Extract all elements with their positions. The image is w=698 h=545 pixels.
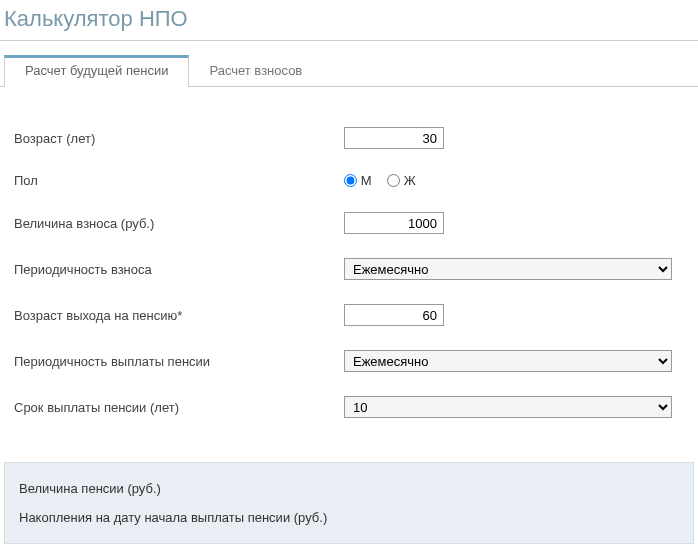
tabs: Расчет будущей пенсии Расчет взносов (0, 55, 698, 87)
tab-pension[interactable]: Расчет будущей пенсии (4, 55, 189, 87)
select-freq-contrib[interactable]: Ежемесячно (344, 258, 672, 280)
label-freq-payout: Периодичность выплаты пенсии (14, 354, 344, 369)
result-savings: Накопления на дату начала выплаты пенсии… (19, 510, 679, 525)
row-age: Возраст (лет) (14, 127, 684, 149)
row-term: Срок выплаты пенсии (лет) 10 (14, 396, 684, 418)
radio-text-f: Ж (404, 173, 416, 188)
row-gender: Пол М Ж (14, 173, 684, 188)
input-amount[interactable] (344, 212, 444, 234)
label-amount: Величина взноса (руб.) (14, 216, 344, 231)
row-amount: Величина взноса (руб.) (14, 212, 684, 234)
row-freq-contrib: Периодичность взноса Ежемесячно (14, 258, 684, 280)
result-pension-amount: Величина пенсии (руб.) (19, 481, 679, 496)
tab-contributions[interactable]: Расчет взносов (189, 55, 322, 86)
select-term[interactable]: 10 (344, 396, 672, 418)
radio-f[interactable] (387, 174, 400, 187)
form: Возраст (лет) Пол М Ж Величина взноса (р… (0, 87, 698, 452)
select-freq-payout[interactable]: Ежемесячно (344, 350, 672, 372)
label-term: Срок выплаты пенсии (лет) (14, 400, 344, 415)
radio-m[interactable] (344, 174, 357, 187)
label-retire-age: Возраст выхода на пенсию* (14, 308, 344, 323)
label-gender: Пол (14, 173, 344, 188)
page-title: Калькулятор НПО (0, 0, 698, 40)
row-freq-payout: Периодичность выплаты пенсии Ежемесячно (14, 350, 684, 372)
radio-label-f[interactable]: Ж (387, 173, 416, 188)
radio-text-m: М (361, 173, 372, 188)
input-age[interactable] (344, 127, 444, 149)
label-age: Возраст (лет) (14, 131, 344, 146)
radio-label-m[interactable]: М (344, 173, 375, 188)
label-freq-contrib: Периодичность взноса (14, 262, 344, 277)
result-box: Величина пенсии (руб.) Накопления на дат… (4, 462, 694, 544)
divider-top (0, 40, 698, 41)
input-retire-age[interactable] (344, 304, 444, 326)
row-retire-age: Возраст выхода на пенсию* (14, 304, 684, 326)
